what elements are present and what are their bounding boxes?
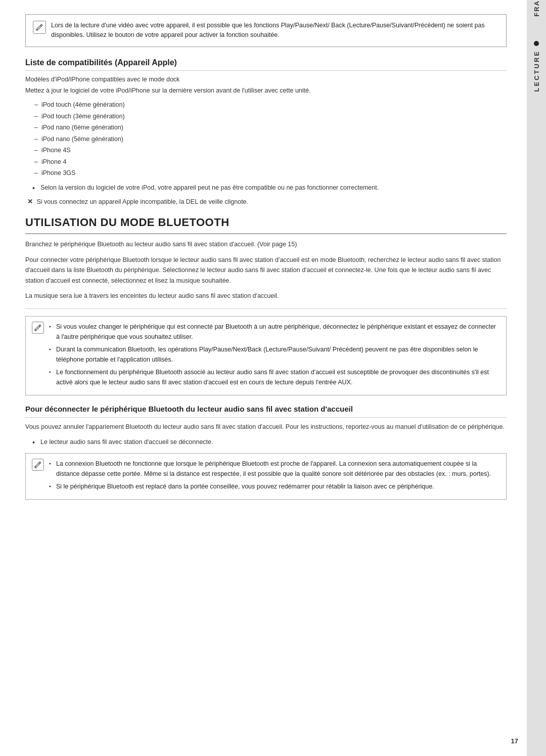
disconnect-section: Pour déconnecter le périphérique Bluetoo… (25, 404, 507, 500)
list-item: iPhone 4S (34, 145, 507, 156)
cross-symbol: ✕ (27, 198, 33, 205)
bt-note-item-1: Si vous voulez changer le périphérique q… (49, 322, 500, 342)
list-item: iPod touch (4ème génération) (34, 99, 507, 111)
bt-note-item-2: Durant la communication Bluetooth, les o… (49, 344, 500, 365)
disconnect-para: Vous pouvez annuler l'appariement Blueto… (25, 422, 507, 432)
disconnect-notes-content: La connexion Bluetooth ne fonctionne que… (49, 459, 500, 494)
bluetooth-title: UTILISATION DU MODE BLUETOOTH (25, 216, 507, 234)
disconnect-title: Pour déconnecter le périphérique Bluetoo… (25, 404, 507, 418)
separator (25, 308, 507, 309)
device-list: iPod touch (4ème génération) iPod touch … (34, 99, 507, 179)
lecture-dot (534, 41, 539, 46)
bluetooth-para2: Pour connecter votre périphérique Blueto… (25, 255, 507, 286)
disconnect-note-icon (32, 459, 44, 471)
bluetooth-para3: La musique sera lue à travers les encein… (25, 291, 507, 301)
bt-note-item-3: Le fonctionnement du périphérique Blueto… (49, 367, 500, 387)
disconnect-bullet-list: Le lecteur audio sans fil avec station d… (32, 437, 507, 447)
disconnect-note-box: La connexion Bluetooth ne fonctionne que… (25, 453, 507, 500)
lecture-label: LECTURE (533, 50, 540, 92)
bluetooth-note-icon (32, 322, 44, 334)
right-sidebar: FRA LECTURE (527, 0, 546, 756)
disconnect-note-2: Si le périphérique Bluetooth est replacé… (49, 481, 500, 492)
bluetooth-note-box: Si vous voulez changer le périphérique q… (25, 316, 507, 395)
compat-bullet-list: Selon la version du logiciel de votre iP… (32, 183, 507, 193)
list-item: iPod nano (6ème génération) (34, 122, 507, 134)
fra-label: FRA (533, 0, 540, 26)
bluetooth-notes-content: Si vous voulez changer le périphérique q… (49, 322, 500, 390)
compatibility-title: Liste de compatibilités (Appareil Apple) (25, 58, 507, 71)
list-item: iPhone 3GS (34, 167, 507, 179)
compat-subtitle2: Mettez à jour le logiciel de votre iPod/… (25, 86, 507, 96)
main-content: Lors de la lecture d'une vidéo avec votr… (0, 0, 527, 756)
cross-note-text: Si vous connectez un appareil Apple inco… (36, 198, 248, 205)
page-wrapper: FRA LECTURE Lors de la lecture d'une vid… (0, 0, 546, 756)
compat-subtitle1: Modèles d'iPod/iPhone compatibles avec l… (25, 75, 507, 84)
list-item: iPod nano (5ème génération) (34, 134, 507, 145)
top-note-text: Lors de la lecture d'une vidéo avec votr… (51, 21, 499, 40)
lecture-section: LECTURE (533, 41, 540, 92)
disconnect-bullet: Le lecteur audio sans fil avec station d… (32, 437, 507, 447)
bluetooth-para1: Branchez le périphérique Bluetooth au le… (25, 239, 507, 250)
list-item: iPhone 4 (34, 156, 507, 168)
disconnect-note-1: La connexion Bluetooth ne fonctionne que… (49, 459, 500, 479)
list-item: iPod touch (3ème génération) (34, 111, 507, 122)
cross-note: ✕ Si vous connectez un appareil Apple in… (27, 197, 507, 207)
note-pen-icon (33, 21, 46, 34)
top-note-box: Lors de la lecture d'une vidéo avec votr… (25, 14, 507, 47)
bullet-item: Selon la version du logiciel de votre iP… (32, 183, 507, 193)
compatibility-section: Liste de compatibilités (Appareil Apple)… (25, 58, 507, 207)
page-number: 17 (511, 737, 518, 745)
bluetooth-section: UTILISATION DU MODE BLUETOOTH Branchez l… (25, 216, 507, 500)
